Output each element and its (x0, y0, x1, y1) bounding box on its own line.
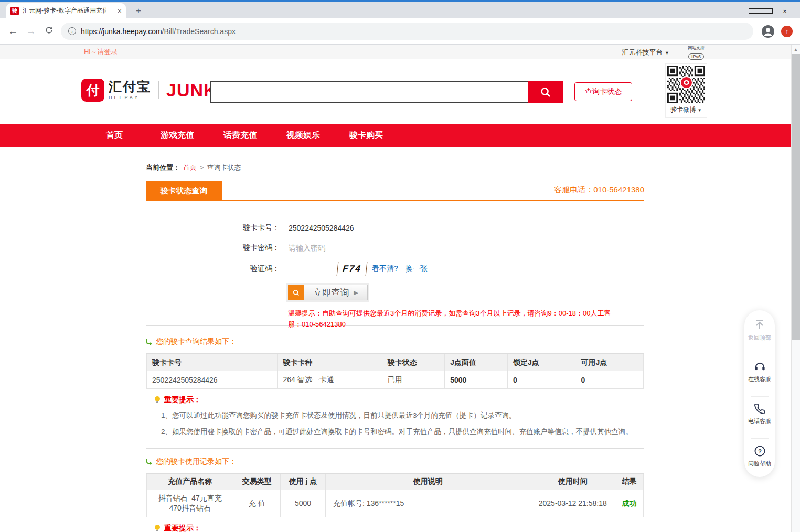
site-logo[interactable]: 付 汇付宝 HEEPAY JUNKA (81, 79, 230, 102)
minimize-button[interactable]: — (724, 3, 749, 19)
tip-line: 1、您可以通过此功能查询您购买的骏卡充值卡状态及使用情况，目前只提供最近3个月的… (161, 410, 636, 421)
reload-button[interactable] (40, 26, 58, 37)
table-row: 抖音钻石_47元直充470抖音钻石充 值 5000充值帐号: 136******… (147, 490, 644, 517)
search-icon (288, 285, 304, 300)
online-service-button[interactable]: 在线客服 (746, 361, 773, 393)
scrollbar[interactable]: ▲ (791, 45, 800, 532)
search-box (210, 81, 563, 103)
password-label: 骏卡密码： (146, 243, 284, 253)
query-tab-row: 骏卡状态查询 客服电话：010-56421380 (146, 181, 644, 201)
scroll-up-arrow[interactable]: ▲ (792, 47, 800, 52)
captcha-label: 验证码： (146, 264, 284, 274)
profile-avatar[interactable] (762, 25, 774, 38)
arrow-right-icon: ▶ (354, 289, 358, 296)
divider (751, 354, 769, 354)
nav-item-video[interactable]: 视频娱乐 (272, 130, 335, 141)
weibo-qr-label: 骏卡微博 ▼ (666, 105, 707, 114)
question-icon: ? (754, 445, 766, 457)
status-badge: 成功 (615, 490, 644, 517)
usage-table: 充值产品名称交易类型 使用 j 点使用说明 使用时间结果 抖音钻石_47元直充4… (146, 474, 644, 517)
logo-en-text: HEEPAY (109, 95, 151, 100)
forward-button[interactable]: → (22, 26, 40, 37)
logo-cn-text: 汇付宝 (109, 80, 151, 93)
back-to-top-icon (753, 319, 766, 331)
nav-item-buy-junka[interactable]: 骏卡购买 (335, 130, 398, 141)
heepay-logo-icon: 付 (81, 79, 104, 102)
chevron-down-icon: ▼ (698, 108, 702, 113)
password-input[interactable] (284, 241, 376, 255)
service-phone: 客服电话：010-56421380 (554, 185, 644, 195)
qr-code (667, 66, 705, 103)
svg-text:?: ? (758, 448, 761, 454)
close-button[interactable]: × (773, 3, 797, 19)
page-content: Hi～请登录 汇元科技平台 ▼ 网站支持 IPv6 付 汇付宝 HEEPAY J… (0, 45, 791, 532)
section-arrow-icon (146, 458, 153, 465)
search-button[interactable] (528, 81, 563, 103)
bulb-icon (154, 524, 161, 532)
captcha-refresh-link[interactable]: 换一张 (406, 264, 428, 273)
phone-icon (754, 403, 765, 415)
ipv6-badge: 网站支持 IPv6 (688, 45, 705, 60)
result-table: 骏卡卡号骏卡卡种 骏卡状态J点面值 锁定J点可用J点 2502242505284… (146, 354, 644, 389)
tab-title: 汇元网-骏卡-数字产品通用充值平台 (23, 6, 106, 15)
browser-update-icon[interactable]: ↑ (781, 26, 793, 37)
reload-icon (45, 26, 54, 35)
weibo-qr-panel[interactable]: 骏卡微博 ▼ (665, 63, 707, 118)
platform-dropdown[interactable]: 汇元科技平台 ▼ (622, 48, 669, 57)
new-tab-button[interactable]: + (132, 6, 145, 16)
float-toolbar: 返回顶部 在线客服 电话客服 ? 问题帮助 (744, 310, 775, 477)
table-header-row: 充值产品名称交易类型 使用 j 点使用说明 使用时间结果 (147, 474, 644, 490)
tab-close-icon[interactable]: × (118, 7, 122, 15)
tab-strip: 骏 汇元网-骏卡-数字产品通用充值平台 × + — × (0, 2, 800, 18)
main-nav: 首页 游戏充值 话费充值 视频娱乐 骏卡购买 (0, 124, 791, 147)
divider (751, 396, 769, 397)
card-no-input[interactable] (284, 221, 379, 235)
captcha-image[interactable]: F74 (337, 262, 368, 276)
captcha-unclear-link[interactable]: 看不清? (372, 264, 398, 273)
maximize-icon (749, 8, 773, 14)
search-icon (539, 86, 552, 99)
favicon-icon: 骏 (10, 7, 19, 15)
result-table-box: 骏卡卡号骏卡卡种 骏卡状态J点面值 锁定J点可用J点 2502242505284… (146, 353, 644, 449)
headset-icon (754, 361, 766, 373)
browser-toolbar: ← → i https://junka.heepay.com/Bill/Trad… (0, 18, 800, 45)
bulb-icon (154, 396, 161, 404)
query-form: 骏卡卡号： 骏卡密码： 验证码： F74 看不清? 换一张 立即 (146, 213, 644, 326)
table-header-row: 骏卡卡号骏卡卡种 骏卡状态J点面值 锁定J点可用J点 (147, 354, 644, 371)
address-bar[interactable]: i https://junka.heepay.com/Bill/TradeSea… (61, 23, 753, 40)
breadcrumb: 当前位置：首页>查询卡状态 (146, 163, 644, 172)
page-info-icon[interactable]: i (68, 27, 76, 35)
tab-card-status-query[interactable]: 骏卡状态查询 (146, 181, 222, 200)
person-icon (762, 25, 774, 38)
login-link[interactable]: Hi～请登录 (84, 47, 118, 57)
captcha-input[interactable] (284, 262, 332, 276)
url-text: https://junka.heepay.com/Bill/TradeSearc… (81, 27, 236, 36)
tip-line: 2、如果您使用骏卡换取的卡密产品，可通过此处查询换取卡的卡号和密码。对于充值产品… (161, 427, 636, 437)
table-row: 2502242505284426264 智选一卡通 已用5000 00 (147, 371, 644, 389)
divider (751, 438, 769, 439)
phone-service-button[interactable]: 电话客服 (746, 403, 773, 435)
back-to-top-button[interactable]: 返回顶部 (746, 319, 773, 351)
back-button[interactable]: ← (4, 26, 22, 37)
usage-table-box: 充值产品名称交易类型 使用 j 点使用说明 使用时间结果 抖音钻石_47元直充4… (146, 473, 644, 532)
weibo-icon (680, 76, 693, 89)
usage-section-title: 您的骏卡使用记录如下： (146, 457, 644, 466)
section-arrow-icon (146, 339, 153, 345)
nav-item-game-recharge[interactable]: 游戏充值 (146, 130, 209, 141)
browser-tab[interactable]: 骏 汇元网-骏卡-数字产品通用充值平台 × (6, 3, 126, 18)
main-content: 当前位置：首页>查询卡状态 骏卡状态查询 客服电话：010-56421380 骏… (146, 148, 644, 532)
result-tips: 重要提示： 1、您可以通过此功能查询您购买的骏卡充值卡状态及使用情况，目前只提供… (146, 389, 644, 448)
nav-item-home[interactable]: 首页 (83, 130, 146, 141)
breadcrumb-home-link[interactable]: 首页 (183, 164, 197, 171)
top-strip (0, 45, 791, 59)
submit-query-button[interactable]: 立即查询▶ (288, 285, 368, 300)
scroll-thumb[interactable] (792, 54, 800, 340)
search-input[interactable] (210, 81, 528, 103)
result-section-title: 您的骏卡查询结果如下： (146, 337, 644, 346)
nav-item-phone-recharge[interactable]: 话费充值 (209, 130, 272, 141)
usage-tips: 重要提示： 1、骏卡状态为“启用”状态，说明您的卡是可以正常使用的。 (146, 517, 644, 532)
maximize-button[interactable] (749, 3, 773, 19)
card-no-label: 骏卡卡号： (146, 223, 284, 233)
query-card-status-button[interactable]: 查询卡状态 (574, 82, 632, 101)
help-button[interactable]: ? 问题帮助 (746, 445, 773, 477)
